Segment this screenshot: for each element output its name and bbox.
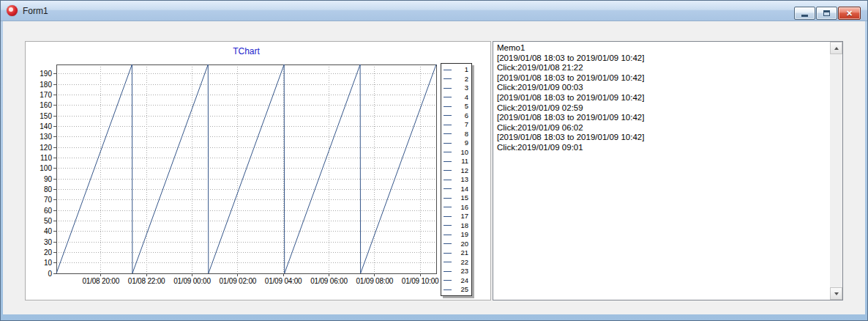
y-axis-label: 40 bbox=[27, 227, 52, 235]
memo-line: [2019/01/08 18:03 to 2019/01/09 10:42] bbox=[497, 133, 829, 143]
legend-item-label: 19 bbox=[452, 230, 468, 240]
y-axis-label: 160 bbox=[27, 101, 52, 109]
window-title: Form1 bbox=[23, 6, 48, 16]
legend-item-label: 6 bbox=[452, 111, 468, 121]
legend-item[interactable]: 23 bbox=[444, 267, 468, 276]
legend-item[interactable]: 11 bbox=[444, 157, 468, 166]
memo-text[interactable]: Memo1[2019/01/08 18:03 to 2019/01/09 10:… bbox=[493, 42, 829, 300]
legend-item-label: 22 bbox=[452, 258, 468, 268]
series-dash-icon bbox=[444, 216, 452, 217]
memo-line: Memo1 bbox=[497, 43, 829, 54]
y-axis-label: 0 bbox=[27, 270, 52, 278]
scroll-down-button[interactable] bbox=[830, 287, 842, 300]
series-dash-icon bbox=[444, 152, 452, 152]
series-dash-icon bbox=[444, 180, 452, 180]
close-button[interactable]: ✕ bbox=[838, 7, 861, 20]
legend-item[interactable]: 1 bbox=[444, 65, 468, 75]
y-axis-label: 170 bbox=[27, 91, 52, 99]
close-icon: ✕ bbox=[846, 10, 853, 18]
series-dash-icon bbox=[444, 235, 452, 235]
series-dash-icon bbox=[444, 143, 452, 144]
chart-title: TChart bbox=[56, 46, 436, 56]
memo-line: [2019/01/08 18:03 to 2019/01/09 10:42] bbox=[497, 113, 829, 123]
series-dash-icon bbox=[444, 280, 452, 281]
legend-item[interactable]: 13 bbox=[444, 175, 468, 185]
legend-item[interactable]: 2 bbox=[444, 75, 468, 84]
memo-line: Click:2019/01/08 21:22 bbox=[497, 63, 829, 73]
series-dash-icon bbox=[444, 115, 452, 116]
legend-item[interactable]: 19 bbox=[444, 230, 468, 240]
legend-item-label: 11 bbox=[452, 157, 468, 166]
memo-line: Click:2019/01/09 06:02 bbox=[497, 123, 829, 133]
legend-item-label: 21 bbox=[452, 248, 468, 258]
chart-panel[interactable]: TChart 123456789101112131415161718192021… bbox=[25, 41, 491, 300]
y-axis-label: 190 bbox=[27, 70, 52, 78]
legend-item-label: 5 bbox=[452, 102, 468, 111]
legend-item[interactable]: 8 bbox=[444, 130, 468, 139]
legend-item[interactable]: 3 bbox=[444, 84, 468, 93]
y-axis-label: 90 bbox=[27, 175, 52, 183]
legend-item[interactable]: 24 bbox=[444, 276, 468, 286]
legend-item[interactable]: 22 bbox=[444, 258, 468, 268]
scroll-up-button[interactable] bbox=[830, 42, 842, 54]
series-dash-icon bbox=[444, 207, 452, 207]
legend-item-label: 10 bbox=[452, 148, 468, 158]
memo[interactable]: Memo1[2019/01/08 18:03 to 2019/01/09 10:… bbox=[493, 41, 843, 300]
memo-line: [2019/01/08 18:03 to 2019/01/09 10:42] bbox=[497, 73, 829, 84]
window: Form1 ✕ TChart 1234567891011121314151617… bbox=[0, 0, 868, 321]
legend-item-label: 4 bbox=[452, 93, 468, 103]
legend-item[interactable]: 10 bbox=[444, 148, 468, 158]
legend-item-label: 2 bbox=[452, 75, 468, 84]
chart-legend[interactable]: 1234567891011121314151617181920212223242… bbox=[441, 63, 472, 296]
arrow-up-icon bbox=[834, 47, 839, 50]
legend-item[interactable]: 20 bbox=[444, 240, 468, 249]
y-axis-label: 60 bbox=[27, 207, 52, 215]
x-axis-label: 01/09 02:00 bbox=[219, 277, 256, 285]
minimize-icon bbox=[801, 15, 808, 17]
legend-item-label: 24 bbox=[452, 276, 468, 286]
legend-item[interactable]: 21 bbox=[444, 248, 468, 258]
client-area: TChart 123456789101112131415161718192021… bbox=[3, 21, 865, 314]
legend-item-label: 20 bbox=[452, 240, 468, 249]
legend-item-label: 17 bbox=[452, 212, 468, 221]
legend-item[interactable]: 25 bbox=[444, 285, 468, 295]
legend-item-label: 16 bbox=[452, 203, 468, 213]
legend-item[interactable]: 4 bbox=[444, 93, 468, 103]
memo-line: Click:2019/01/09 02:59 bbox=[497, 103, 829, 114]
y-axis-label: 140 bbox=[27, 122, 52, 130]
legend-item[interactable]: 16 bbox=[444, 203, 468, 213]
memo-line: [2019/01/08 18:03 to 2019/01/09 10:42] bbox=[497, 54, 829, 64]
y-axis-label: 180 bbox=[27, 81, 52, 89]
legend-item[interactable]: 12 bbox=[444, 166, 468, 176]
series-dash-icon bbox=[444, 106, 452, 107]
series-dash-icon bbox=[444, 271, 452, 272]
x-axis-label: 01/09 00:00 bbox=[173, 277, 211, 285]
minimize-button[interactable] bbox=[794, 7, 815, 20]
plot-area[interactable] bbox=[52, 63, 439, 278]
titlebar[interactable]: Form1 ✕ bbox=[1, 1, 867, 21]
x-axis-label: 01/09 08:00 bbox=[356, 277, 394, 285]
series-dash-icon bbox=[444, 88, 452, 89]
y-axis-label: 20 bbox=[27, 248, 52, 257]
maximize-button[interactable] bbox=[816, 7, 837, 20]
x-axis-label: 01/08 22:00 bbox=[128, 277, 165, 285]
legend-item[interactable]: 17 bbox=[444, 212, 468, 221]
legend-item[interactable]: 14 bbox=[444, 185, 468, 194]
legend-item[interactable]: 7 bbox=[444, 120, 468, 130]
legend-item[interactable]: 15 bbox=[444, 193, 468, 203]
legend-item[interactable]: 6 bbox=[444, 111, 468, 121]
arrow-down-icon bbox=[834, 292, 839, 295]
y-axis-label: 150 bbox=[27, 112, 52, 120]
x-axis-label: 01/08 20:00 bbox=[82, 277, 119, 285]
legend-item-label: 7 bbox=[452, 120, 468, 130]
legend-item[interactable]: 18 bbox=[444, 221, 468, 231]
y-axis-label: 30 bbox=[27, 238, 52, 246]
legend-item[interactable]: 9 bbox=[444, 139, 468, 148]
window-controls: ✕ bbox=[794, 7, 861, 20]
memo-scrollbar[interactable] bbox=[830, 42, 842, 300]
legend-item[interactable]: 5 bbox=[444, 102, 468, 111]
x-axis-label: 01/09 10:00 bbox=[402, 277, 439, 285]
y-axis-label: 110 bbox=[27, 154, 52, 162]
series-dash-icon bbox=[444, 97, 452, 97]
legend-item-label: 15 bbox=[452, 193, 468, 203]
